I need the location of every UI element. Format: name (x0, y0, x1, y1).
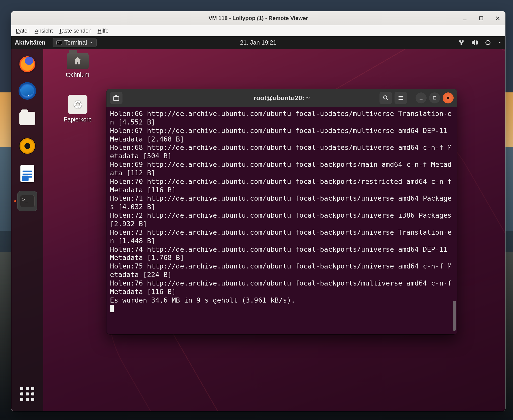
network-icon (458, 39, 465, 46)
volume-icon (471, 39, 478, 46)
app-menu-button[interactable]: >_ Terminal (53, 38, 97, 47)
terminal-window: root@ubuntu20: ~ Holen:66 http:// (106, 89, 457, 334)
terminal-minimize-button[interactable] (416, 92, 427, 103)
dock-rhythmbox[interactable] (17, 136, 37, 156)
dock-files[interactable] (17, 108, 37, 128)
svg-line-6 (387, 99, 388, 100)
chevron-down-icon (498, 41, 502, 45)
terminal-icon (20, 195, 35, 207)
new-tab-button[interactable] (110, 92, 122, 104)
home-folder-icon (67, 53, 89, 69)
app-menu-label: Terminal (64, 39, 87, 46)
terminal-output[interactable]: Holen:66 http://de.archive.ubuntu.com/ub… (106, 107, 457, 334)
svg-rect-3 (488, 40, 488, 42)
desktop-trash[interactable]: ♻ Papierkorb (59, 95, 96, 123)
search-button[interactable] (379, 92, 392, 104)
svg-rect-0 (463, 20, 467, 20)
dock-libreoffice-writer[interactable] (17, 164, 37, 184)
activities-button[interactable]: Aktivitäten (15, 39, 46, 46)
terminal-scrollbar[interactable] (453, 301, 456, 331)
svg-rect-7 (420, 99, 423, 99)
remote-viewer-window: VM 118 - Lollypop (1) - Remote Viewer Da… (11, 11, 505, 411)
dock-thunderbird[interactable] (17, 81, 37, 101)
viewer-menubar: Datei Ansicht Taste senden Hilfe (11, 25, 505, 36)
ubuntu-dock (11, 49, 43, 411)
hamburger-menu-button[interactable] (395, 92, 407, 104)
speaker-icon (19, 138, 36, 154)
viewer-close-button[interactable] (492, 13, 503, 24)
terminal-icon: >_ (56, 40, 62, 45)
viewer-title: VM 118 - Lollypop (1) - Remote Viewer (209, 15, 308, 22)
viewer-titlebar[interactable]: VM 118 - Lollypop (1) - Remote Viewer (11, 11, 505, 25)
gnome-top-panel: Aktivitäten >_ Terminal 21. Jan 19:21 (11, 36, 505, 49)
menu-view[interactable]: Ansicht (35, 28, 53, 34)
dock-firefox[interactable] (17, 53, 37, 73)
terminal-cursor (110, 305, 114, 312)
menu-help[interactable]: Hilfe (97, 28, 108, 34)
document-icon (20, 165, 34, 182)
menu-sendkey[interactable]: Taste senden (59, 28, 92, 34)
power-icon (485, 39, 491, 46)
dock-terminal[interactable] (17, 191, 37, 211)
svg-rect-1 (479, 17, 483, 20)
terminal-headerbar[interactable]: root@ubuntu20: ~ (106, 89, 457, 107)
svg-rect-8 (433, 97, 436, 99)
search-icon (382, 95, 389, 101)
desktop-trash-label: Papierkorb (64, 116, 91, 123)
trash-icon: ♻ (68, 95, 87, 114)
hamburger-icon (398, 95, 404, 101)
svg-rect-4 (114, 96, 119, 100)
menu-file[interactable]: Datei (16, 28, 29, 34)
thunderbird-icon (19, 82, 36, 100)
files-icon (19, 112, 35, 125)
chevron-down-icon (89, 41, 93, 44)
system-menu[interactable] (458, 39, 502, 46)
svg-point-5 (383, 96, 387, 99)
close-icon (446, 95, 451, 100)
desktop-home-folder[interactable]: technium (59, 53, 96, 78)
viewer-maximize-button[interactable] (476, 13, 487, 24)
terminal-maximize-button[interactable] (429, 92, 440, 103)
terminal-close-button[interactable] (443, 92, 454, 103)
firefox-icon (19, 55, 36, 72)
viewer-minimize-button[interactable] (459, 13, 470, 24)
desktop-home-label: technium (66, 71, 89, 78)
show-applications-button[interactable] (17, 384, 37, 404)
vm-screen: Aktivitäten >_ Terminal 21. Jan 19:21 (11, 36, 505, 411)
